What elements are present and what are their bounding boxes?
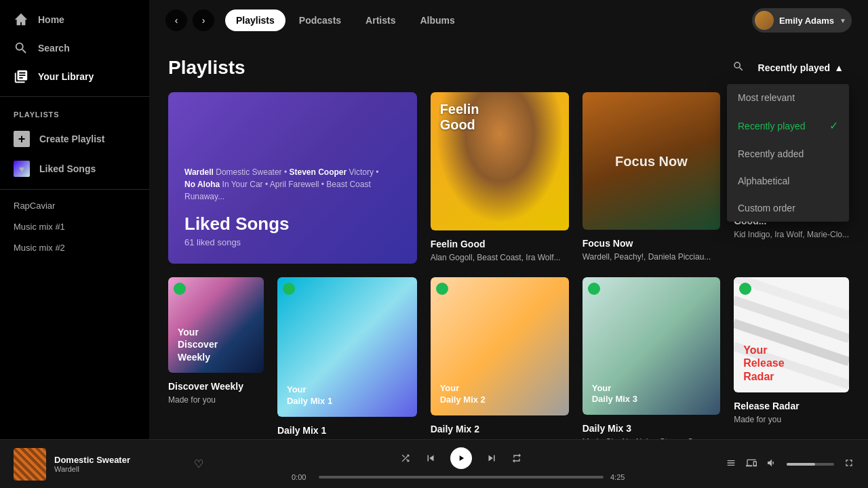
sidebar-item-music-mix-2[interactable]: Music mix #2 <box>0 237 149 258</box>
playlist-card-focus-now[interactable]: Focus Now Focus Now Wardell, Peachy!, Da… <box>583 92 720 264</box>
dropdown-item-recently-played[interactable]: Recently played ✓ <box>727 111 849 140</box>
home-label: Home <box>38 14 64 25</box>
user-name: Emily Adams <box>779 16 834 26</box>
playlist-card-daily-mix-1[interactable]: YourDaily Mix 1 Daily Mix 1 Gene Evaro J… <box>277 277 417 439</box>
sidebar-item-rapcaviar[interactable]: RapCaviar <box>0 195 149 216</box>
tab-playlists[interactable]: Playlists <box>225 9 285 31</box>
page-content: Playlists Recently played ▲ Most <box>149 41 868 439</box>
daily-mix-2-desc: The Serious Hyenas, Lo Zo, Cilantro... <box>431 437 569 439</box>
play-pause-button[interactable] <box>450 447 472 469</box>
daily-mix-3-name: Daily Mix 3 <box>583 423 720 434</box>
create-playlist-action[interactable]: + Create Playlist <box>0 124 149 154</box>
player-bar: Domestic Sweater Wardell ♡ <box>0 439 868 488</box>
feelin-good-name: Feelin Good <box>431 239 569 249</box>
sidebar-item-home[interactable]: Home <box>0 5 149 34</box>
track-name: Domestic Sweater <box>54 455 186 465</box>
main-content: ‹ › Playlists Podcasts Artists Albums Em… <box>149 0 868 439</box>
daily-mix-1-name: Daily Mix 1 <box>277 425 417 436</box>
home-icon <box>14 12 28 27</box>
liked-songs-label: Liked Songs <box>39 163 96 174</box>
top-nav: ‹ › Playlists Podcasts Artists Albums Em… <box>149 0 868 41</box>
daily-mix-1-image: YourDaily Mix 1 <box>277 277 417 417</box>
progress-bar[interactable] <box>319 476 604 479</box>
avatar <box>755 11 774 30</box>
devices-button[interactable] <box>746 458 757 470</box>
page-header: Playlists Recently played ▲ Most <box>168 57 849 79</box>
liked-songs-action[interactable]: ♥ Liked Songs <box>0 154 149 184</box>
playlist-card-daily-mix-3[interactable]: YourDaily Mix 3 Daily Mix 3 Marie-Clo, N… <box>583 277 720 439</box>
search-icon <box>14 41 28 56</box>
queue-button[interactable] <box>726 458 736 470</box>
track-artist: Wardell <box>54 465 186 473</box>
daily-mix-2-label: YourDaily Mix 2 <box>440 383 486 406</box>
playlist-card-discover-weekly[interactable]: YourDiscoverWeekly Discover Weekly Made … <box>168 277 264 439</box>
dropdown-item-most-relevant[interactable]: Most relevant <box>727 84 849 111</box>
discover-weekly-image: YourDiscoverWeekly <box>168 277 264 373</box>
tab-podcasts[interactable]: Podcasts <box>288 9 352 31</box>
next-button[interactable] <box>486 452 498 464</box>
shuffle-button[interactable] <box>400 453 411 464</box>
discover-weekly-label: YourDiscoverWeekly <box>178 326 218 363</box>
library-label: Your Library <box>38 71 94 82</box>
spotify-dot-3 <box>588 283 600 295</box>
library-icon <box>14 69 28 84</box>
nav-tabs: Playlists Podcasts Artists Albums <box>225 9 466 31</box>
playlists-section-label: PLAYLISTS <box>0 102 149 124</box>
progress-bar-area: 0:00 4:25 <box>292 473 631 481</box>
tab-albums[interactable]: Albums <box>409 9 465 31</box>
chevron-up-icon: ▲ <box>834 62 844 73</box>
focus-now-image-label: Focus Now <box>615 153 688 169</box>
like-track-button[interactable]: ♡ <box>194 458 203 470</box>
good-vibes-desc: Kid Indigo, Ira Wolf, Marie-Clo... <box>734 229 849 241</box>
volume-button[interactable] <box>766 458 777 470</box>
dropdown-item-recently-added[interactable]: Recently added <box>727 140 849 167</box>
fullscreen-button[interactable] <box>844 458 854 470</box>
sidebar-item-music-mix-1[interactable]: Music mix #1 <box>0 216 149 237</box>
sidebar-divider <box>0 96 149 97</box>
daily-mix-3-label: YourDaily Mix 3 <box>592 383 637 406</box>
daily-mix-2-name: Daily Mix 2 <box>431 424 569 434</box>
feelin-good-image-label: FeelinGood <box>440 102 479 133</box>
sidebar-item-library[interactable]: Your Library <box>0 62 149 91</box>
sort-dropdown-button[interactable]: Recently played ▲ <box>753 60 849 76</box>
prev-button[interactable] <box>425 452 437 464</box>
user-area: Emily Adams ▼ <box>752 8 852 33</box>
volume-fill <box>787 463 815 466</box>
repeat-button[interactable] <box>511 453 522 464</box>
dropdown-item-alphabetical[interactable]: Alphabetical <box>727 167 849 195</box>
playlist-card-daily-mix-2[interactable]: YourDaily Mix 2 Daily Mix 2 The Serious … <box>431 277 569 439</box>
sort-dropdown-menu: Most relevant Recently played ✓ Recently… <box>727 84 849 222</box>
back-button[interactable]: ‹ <box>165 9 187 31</box>
nav-arrows: ‹ › <box>165 9 214 31</box>
volume-slider[interactable] <box>787 463 834 466</box>
player-extras <box>719 458 854 470</box>
liked-songs-subtitle: 61 liked songs <box>184 237 401 247</box>
chevron-down-icon: ▼ <box>840 17 846 24</box>
sidebar: Home Search Your Library PLAYLISTS + Cre… <box>0 0 149 439</box>
release-radar-name: Release Radar <box>734 401 849 411</box>
liked-songs-title: Liked Songs <box>184 214 401 235</box>
plus-icon: + <box>14 131 30 147</box>
playlist-card-feelin-good[interactable]: FeelinGood Feelin Good Alan Gogoll, Beas… <box>431 92 569 264</box>
spotify-dot-1 <box>283 283 295 295</box>
daily-mix-3-image: YourDaily Mix 3 <box>583 277 720 415</box>
total-time: 4:25 <box>610 473 631 481</box>
sidebar-item-search[interactable]: Search <box>0 34 149 62</box>
forward-button[interactable]: › <box>193 9 214 31</box>
filter-area: Recently played ▲ Most relevant Recently… <box>732 60 849 76</box>
current-time: 0:00 <box>292 473 312 481</box>
spotify-dot-rr <box>739 283 751 295</box>
filter-search-icon[interactable] <box>732 60 745 76</box>
tab-artists[interactable]: Artists <box>355 9 406 31</box>
liked-songs-card[interactable]: Wardell Domestic Sweater • Steven Cooper… <box>168 92 417 264</box>
create-playlist-label: Create Playlist <box>39 134 105 144</box>
discover-weekly-desc: Made for you <box>168 394 264 406</box>
checkmark-icon: ✓ <box>829 119 838 132</box>
focus-now-desc: Wardell, Peachy!, Daniela Picciau... <box>583 251 720 263</box>
focus-now-name: Focus Now <box>583 238 720 249</box>
dropdown-item-custom-order[interactable]: Custom order <box>727 195 849 222</box>
discover-weekly-name: Discover Weekly <box>168 381 264 392</box>
playlist-card-release-radar[interactable]: YourReleaseRadar Release Radar Made for … <box>734 277 849 439</box>
user-badge[interactable]: Emily Adams ▼ <box>752 8 852 33</box>
spotify-dot <box>174 283 186 295</box>
